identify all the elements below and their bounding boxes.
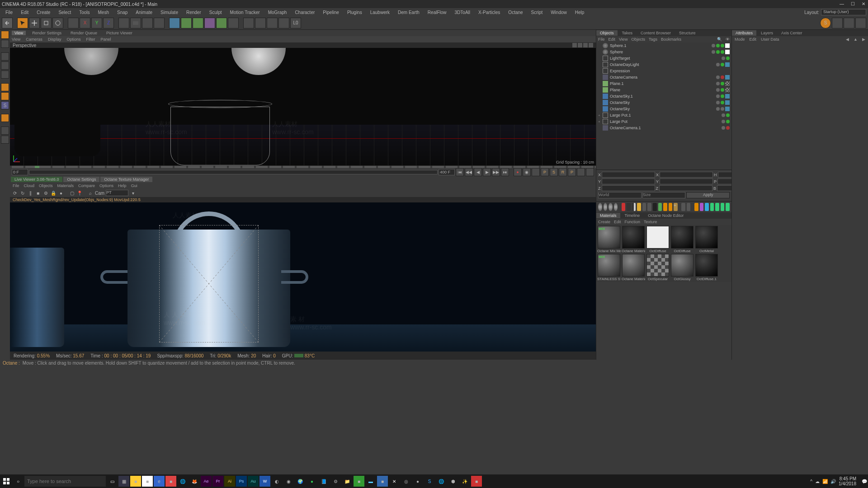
menu-mograph[interactable]: MoGraph: [264, 9, 291, 16]
layout-dropdown[interactable]: Startup (User): [821, 9, 866, 15]
tag-gr[interactable]: [722, 120, 725, 123]
enable-axis[interactable]: [1, 83, 9, 91]
tag-g[interactable]: [716, 44, 720, 47]
material-item[interactable]: STAINLESS STEEL: [597, 254, 621, 281]
vp-menu-cameras[interactable]: Cameras: [26, 37, 42, 42]
object-row[interactable]: LightTarget: [596, 55, 731, 61]
attr-fwd-icon[interactable]: ▶: [862, 37, 865, 42]
tag-sun[interactable]: [725, 62, 730, 67]
task-app-a8[interactable]: ●: [412, 476, 423, 487]
x-axis-lock[interactable]: X: [80, 18, 90, 28]
goto-prev-key[interactable]: ◀◀: [465, 168, 473, 176]
tag-g[interactable]: [726, 120, 730, 123]
tray-clock[interactable]: 8:45 PM 1/4/2018: [839, 476, 859, 486]
task-app-b1[interactable]: 🌐: [436, 476, 447, 487]
expand-icon[interactable]: +: [598, 113, 603, 117]
play-forward[interactable]: ▶: [483, 168, 491, 176]
point-mode[interactable]: [1, 52, 9, 61]
mat-sphere-1[interactable]: [598, 203, 602, 211]
task-app-b2[interactable]: ⬢: [448, 476, 458, 487]
autokey[interactable]: ◉: [523, 168, 531, 176]
menu-simulate[interactable]: Simulate: [157, 9, 182, 16]
tag-cam[interactable]: [725, 75, 730, 80]
tab-materials[interactable]: Materials: [596, 213, 620, 218]
tag-white[interactable]: [725, 50, 730, 54]
attr-menu-edit[interactable]: Edit: [750, 37, 757, 42]
mat-misc-2[interactable]: [687, 203, 691, 211]
obj-menu-objects[interactable]: Objects: [631, 37, 645, 42]
menu-help[interactable]: Help: [571, 9, 588, 16]
lv-clay-icon[interactable]: ●: [58, 190, 64, 196]
play-back[interactable]: ◀: [474, 168, 482, 176]
mat-oct-6[interactable]: [721, 203, 725, 211]
tab-render-queue[interactable]: Render Queue: [68, 31, 100, 35]
mat-oct-1[interactable]: [694, 203, 698, 211]
tag-gr[interactable]: [722, 126, 725, 130]
goto-next-key[interactable]: ▶▶: [492, 168, 500, 176]
tag-gr[interactable]: [712, 50, 715, 54]
tag-globe[interactable]: [725, 100, 730, 105]
menu-octane[interactable]: Octane: [505, 9, 526, 16]
tag-gr[interactable]: [716, 107, 720, 111]
mat-sphere-4[interactable]: [614, 203, 618, 211]
render-to-pv-button[interactable]: [154, 18, 165, 28]
task-app-4[interactable]: e: [154, 476, 165, 487]
live-select-tool[interactable]: [17, 18, 28, 28]
add-generator[interactable]: [193, 18, 203, 28]
timeline-scrubber[interactable]: [29, 170, 438, 174]
material-item[interactable]: OctGlossy: [670, 254, 694, 281]
task-app-z[interactable]: 📘: [318, 476, 329, 487]
obj-menu-view[interactable]: View: [619, 37, 627, 42]
vp-nav-2[interactable]: [578, 43, 582, 47]
object-row[interactable]: OctaneSky: [596, 106, 731, 112]
goto-start[interactable]: ⏮: [456, 168, 464, 176]
cortana-icon[interactable]: ○: [13, 476, 24, 487]
object-row[interactable]: OctaneSky.1: [596, 93, 731, 99]
tray-volume-icon[interactable]: 🔊: [830, 479, 836, 484]
materials-grid[interactable]: Octane Mix MaterialOctane MaterialOctDif…: [596, 225, 731, 282]
object-row[interactable]: +Large Pot.1: [596, 112, 731, 118]
mat-sphere-2[interactable]: [604, 203, 608, 211]
mat-sphere-3[interactable]: [609, 203, 613, 211]
menu-file[interactable]: File: [2, 9, 16, 16]
menu-window[interactable]: Window: [547, 9, 571, 16]
snap-button[interactable]: [278, 18, 289, 28]
tag-chk[interactable]: [725, 88, 730, 92]
lv-picker-icon[interactable]: ⌕: [87, 190, 94, 196]
lv-refresh-icon[interactable]: ↻: [19, 190, 26, 196]
object-row[interactable]: +Large Pot: [596, 118, 731, 125]
tag-g[interactable]: [726, 113, 730, 117]
octane-live[interactable]: [844, 18, 854, 28]
tab-layers[interactable]: Layers: [757, 30, 777, 36]
key-pos[interactable]: P: [541, 168, 549, 176]
coord-size-select[interactable]: Size: [642, 192, 686, 198]
attr-menu-userdata[interactable]: User Data: [761, 37, 779, 42]
menu-laubwerk[interactable]: Laubwerk: [367, 9, 393, 16]
mat-menu-texture[interactable]: Texture: [644, 220, 657, 224]
coord-space-select[interactable]: World: [598, 192, 642, 198]
tab-view[interactable]: View: [12, 31, 26, 35]
object-row[interactable]: Plane: [596, 87, 731, 93]
vp-menu-filter[interactable]: Filter: [86, 37, 95, 42]
mat-plus-icon[interactable]: +: [674, 203, 678, 211]
mat-oct-3[interactable]: [705, 203, 709, 211]
lv-cam-select[interactable]: PT: [106, 190, 128, 196]
tag-g[interactable]: [721, 82, 724, 85]
octane-node[interactable]: [855, 18, 866, 28]
menu-edit[interactable]: Edit: [17, 9, 32, 16]
mat-refresh-icon[interactable]: [658, 203, 662, 211]
snap-icon[interactable]: S: [1, 101, 9, 109]
key-pla[interactable]: [577, 168, 585, 176]
object-row[interactable]: OctaneCamera: [596, 74, 731, 80]
key-rot[interactable]: R: [559, 168, 567, 176]
tab-node-editor[interactable]: Octane Node Editor: [644, 213, 687, 218]
tag-gr[interactable]: [716, 101, 720, 104]
mat-tex-icon[interactable]: [642, 203, 646, 211]
mat-up-icon[interactable]: [663, 203, 667, 211]
mat-misc-1[interactable]: [681, 203, 685, 211]
menu-motion-tracker[interactable]: Motion Tracker: [226, 9, 264, 16]
task-firefox[interactable]: 🦊: [189, 476, 200, 487]
attr-menu-mode[interactable]: Mode: [735, 37, 745, 42]
coord-apply-button[interactable]: Apply: [686, 192, 730, 198]
vp-menu-panel[interactable]: Panel: [100, 37, 111, 42]
